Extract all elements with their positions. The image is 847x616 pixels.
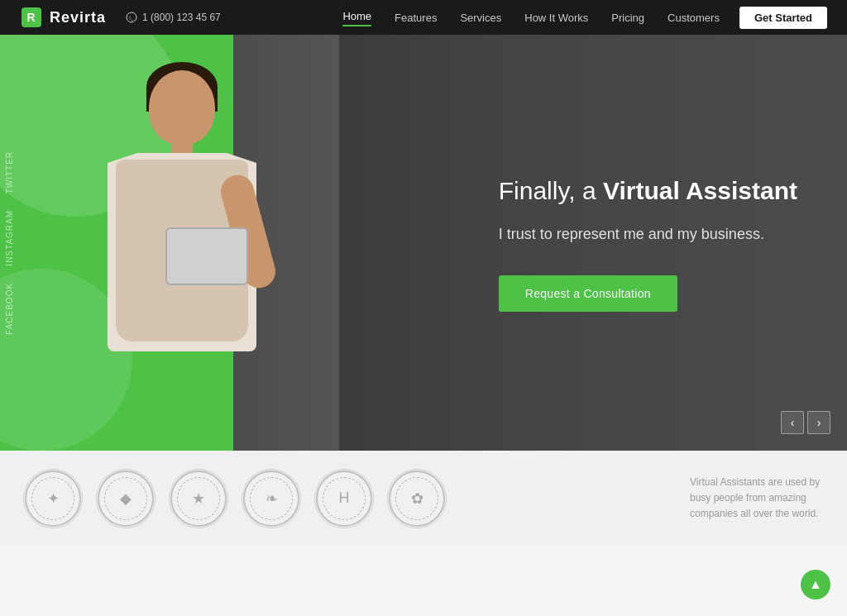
badge-logos: ✦ ◆ ★ ❧ H ✿ bbox=[25, 470, 673, 527]
carousel-controls: ‹ › bbox=[781, 411, 830, 434]
scroll-to-top-button[interactable]: ▲ bbox=[801, 570, 830, 599]
logo: R Revirta bbox=[20, 6, 106, 29]
logo-text: Revirta bbox=[50, 9, 106, 26]
svg-text:R: R bbox=[26, 11, 36, 24]
get-started-button[interactable]: Get Started bbox=[739, 7, 827, 29]
person-tablet bbox=[165, 227, 248, 285]
nav-item-pricing[interactable]: Pricing bbox=[611, 10, 644, 25]
nav-item-services[interactable]: Services bbox=[460, 10, 501, 25]
hero-headline: Finally, a Virtual Assistant bbox=[499, 174, 797, 207]
badge-4: ❧ bbox=[243, 470, 299, 527]
nav-item-features[interactable]: Features bbox=[395, 10, 437, 25]
hero-image-area bbox=[0, 35, 424, 451]
social-twitter[interactable]: Twitter bbox=[0, 142, 19, 201]
consultation-button[interactable]: Request a Consultation bbox=[499, 275, 677, 312]
badge-5: H bbox=[316, 470, 372, 527]
carousel-next[interactable]: › bbox=[807, 411, 830, 434]
badge-3: ★ bbox=[170, 470, 227, 527]
bottom-band: ✦ ◆ ★ ❧ H ✿ Virtual Assistants are used … bbox=[0, 451, 847, 546]
hero-content: Finally, a Virtual Assistant I trust to … bbox=[499, 174, 797, 312]
phone-number: 📞 1 (800) 123 45 67 bbox=[126, 12, 221, 23]
nav-links: Home Features Services How It Works Pric… bbox=[342, 8, 720, 26]
phone-icon: 📞 bbox=[126, 12, 137, 23]
badge-6: ✿ bbox=[389, 470, 445, 527]
badge-2: ◆ bbox=[98, 470, 154, 527]
logo-icon: R bbox=[20, 6, 43, 29]
social-instagram[interactable]: Instagram bbox=[0, 202, 19, 275]
social-facebook[interactable]: Facebook bbox=[0, 275, 19, 343]
side-social: Twitter Instagram Facebook bbox=[0, 142, 19, 342]
person-head bbox=[149, 70, 215, 145]
nav-item-how-it-works[interactable]: How It Works bbox=[524, 10, 588, 25]
hero-person bbox=[66, 45, 298, 451]
hero-subtitle: I trust to represent me and my business. bbox=[499, 223, 797, 246]
carousel-prev[interactable]: ‹ bbox=[781, 411, 804, 434]
band-description: Virtual Assistants are used by busy peop… bbox=[673, 475, 822, 523]
navbar: R Revirta 📞 1 (800) 123 45 67 Home Featu… bbox=[0, 0, 847, 35]
nav-item-customers[interactable]: Customers bbox=[668, 10, 720, 25]
page-wrapper: R Revirta 📞 1 (800) 123 45 67 Home Featu… bbox=[0, 0, 847, 616]
nav-item-home[interactable]: Home bbox=[342, 8, 371, 26]
svg-text:📞: 📞 bbox=[128, 15, 136, 22]
badge-1: ✦ bbox=[25, 470, 81, 527]
hero-section: Twitter Instagram Facebook Finally, a Vi… bbox=[0, 35, 847, 451]
